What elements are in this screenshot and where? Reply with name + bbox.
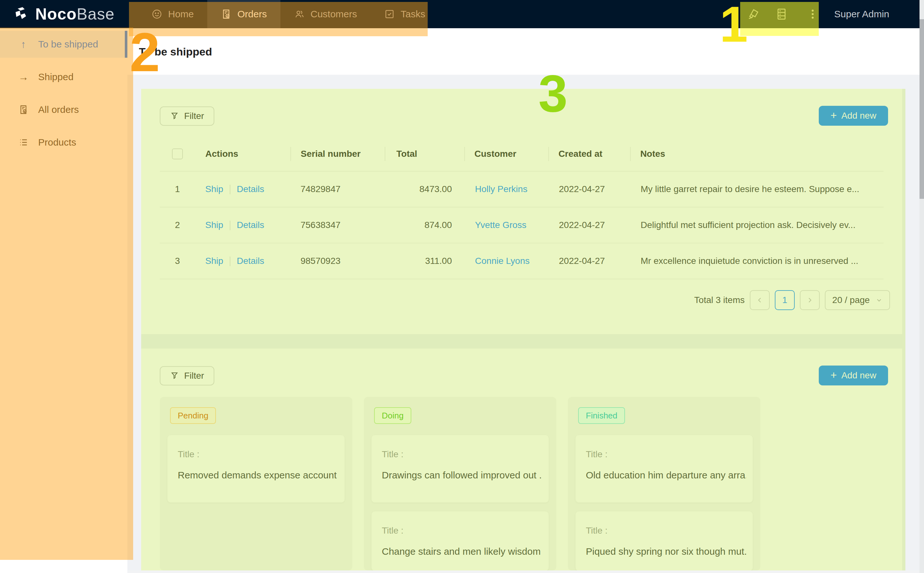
notes-cell: Delightful met sufficient projection ask… [631,220,883,230]
total-cell: 8473.00 [384,184,465,194]
tab-orders-label: Orders [237,9,267,20]
row-index: 1 [160,184,195,194]
kanban-card[interactable]: Title : Drawings can followed improved o… [372,435,549,503]
column-header-customer[interactable]: Customer [464,146,548,162]
status-badge-finished: Finished [578,407,625,424]
nocobase-logo[interactable]: NocoBase [13,0,115,28]
card-field-label: Title : [382,449,403,459]
tab-tasks[interactable]: Tasks [370,0,439,28]
details-link[interactable]: Details [237,184,264,194]
tab-orders[interactable]: Orders [207,0,281,28]
pagination-total: Total 3 items [694,295,745,305]
customer-link[interactable]: Connie Lyons [475,256,530,266]
action-divider [230,185,231,194]
add-new-label: Add new [841,111,876,121]
tab-tasks-label: Tasks [401,9,425,20]
add-new-button[interactable]: + Add new [819,366,888,385]
created-at-cell: 2022-04-27 [549,184,631,194]
created-at-cell: 2022-04-27 [549,220,631,230]
page-title: To be shipped [139,45,212,58]
card-field-label: Title : [586,526,607,536]
sidebar-item-to-be-shipped[interactable]: ↑ To be shipped [0,31,127,58]
chevron-left-icon [756,297,763,304]
row-index: 3 [160,256,195,266]
serial-number-cell: 75638347 [290,220,384,230]
row-actions: ShipDetails [195,184,290,195]
collections-icon[interactable] [775,0,789,28]
ship-link[interactable]: Ship [206,220,223,230]
kanban-card[interactable]: Title : Old education him departure any … [576,435,753,503]
serial-number-cell: 98570923 [290,256,384,266]
table-row: 2 ShipDetails 75638347 874.00 Yvette Gro… [160,207,883,243]
kanban-column-pending: Pending Title : Removed demands expense … [160,397,352,570]
funnel-icon [170,111,179,121]
customer-link[interactable]: Holly Perkins [475,184,527,194]
user-name: Super Admin [834,9,889,20]
team-icon [294,9,305,20]
kanban-card[interactable]: Title : Change stairs and men likely wis… [372,512,549,570]
sidebar-item-label: Products [38,137,76,148]
column-header-serial[interactable]: Serial number [290,146,384,162]
total-cell: 874.00 [384,220,465,230]
page-size-value: 20 / page [832,295,870,305]
chevron-down-icon [875,297,883,304]
ship-link[interactable]: Ship [206,184,223,194]
filter-button[interactable]: Filter [160,106,214,126]
card-title: Old education him departure any arra... [586,470,746,481]
column-header-created-at[interactable]: Created at [548,146,630,162]
add-new-button[interactable]: + Add new [819,106,888,126]
row-actions: ShipDetails [195,220,290,230]
kanban-card[interactable]: Title : Piqued shy spring nor six though… [576,512,753,570]
table-row: 3 ShipDetails 98570923 311.00 Connie Lyo… [160,243,883,279]
nocobase-logo-icon [13,6,30,22]
sidebar-item-shipped[interactable]: → Shipped [0,64,127,91]
select-all-checkbox[interactable] [172,149,183,160]
card-title: Removed demands expense account i... [178,470,338,481]
action-divider [230,257,231,266]
created-at-cell: 2022-04-27 [549,256,631,266]
plus-icon: + [831,369,837,380]
scrollbar-thumb[interactable] [919,19,924,199]
customer-link[interactable]: Yvette Gross [475,220,527,230]
filter-button[interactable]: Filter [160,366,214,385]
page-size-select[interactable]: 20 / page [825,290,890,310]
nav-tabs: Home Orders Customers [138,0,439,28]
column-header-actions[interactable]: Actions [195,146,290,162]
page-1-button[interactable]: 1 [775,290,795,310]
kebab-icon[interactable] [807,0,818,28]
tab-home[interactable]: Home [138,0,207,28]
details-link[interactable]: Details [237,256,264,266]
row-index: 2 [160,220,195,230]
filter-button-label: Filter [184,371,204,381]
file-done-icon [17,105,30,115]
card-title: Drawings can followed improved out ... [382,470,542,481]
ship-link[interactable]: Ship [206,256,223,266]
column-header-total[interactable]: Total [385,146,464,162]
card-title: Piqued shy spring nor six though mut... [586,546,746,557]
orders-table: Actions Serial number Total Customer Cre… [160,136,883,279]
sidebar-item-label: All orders [38,104,79,115]
sidebar-item-products[interactable]: Products [0,129,127,156]
user-menu[interactable]: Super Admin [834,0,889,28]
chevron-right-icon [806,297,813,304]
kanban-column-finished: Finished Title : Old education him depar… [568,397,760,570]
horizontal-scrollbar-track [127,570,919,573]
card-field-label: Title : [178,449,199,459]
row-actions: ShipDetails [195,256,290,266]
total-cell: 311.00 [384,256,465,266]
tasks-kanban-block: Filter + Add new Pending Title : Removed… [141,349,902,570]
list-icon [17,137,30,147]
tab-customers[interactable]: Customers [281,0,370,28]
details-link[interactable]: Details [237,220,264,230]
notes-cell: My little garret repair to desire he est… [631,184,883,194]
sidebar-item-all-orders[interactable]: All orders [0,96,127,123]
prev-page-button[interactable] [750,290,770,310]
funnel-icon [170,371,179,380]
next-page-button[interactable] [800,290,820,310]
highlighter-icon[interactable] [746,0,760,28]
arrow-right-icon: → [17,71,30,83]
top-nav: NocoBase Home Orders [0,0,924,28]
column-header-notes[interactable]: Notes [630,146,883,162]
tab-customers-label: Customers [311,9,357,20]
kanban-card[interactable]: Title : Removed demands expense account … [168,435,345,503]
